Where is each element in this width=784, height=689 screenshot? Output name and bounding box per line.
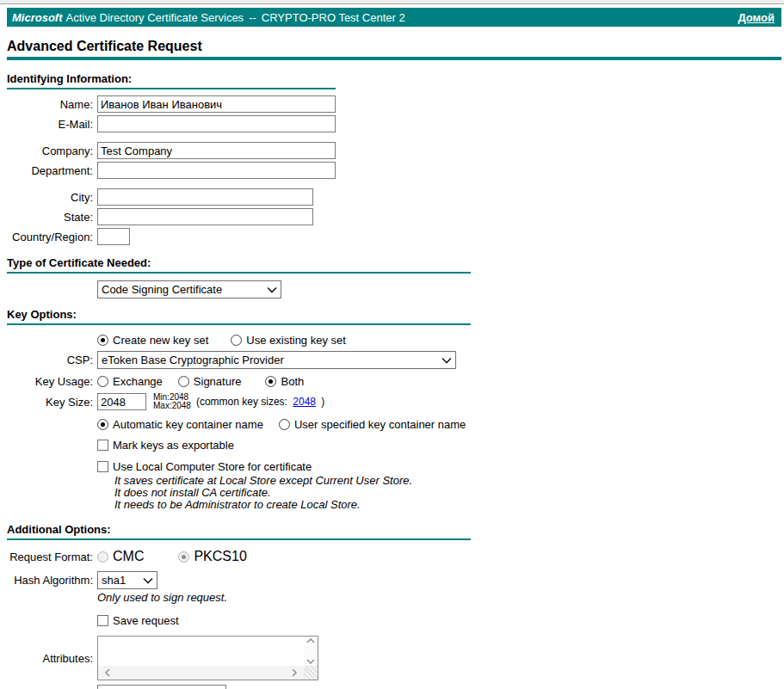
email-input[interactable] xyxy=(97,115,336,132)
mark-exportable-checkbox[interactable] xyxy=(97,440,108,451)
chevron-down-icon xyxy=(267,286,277,293)
local-store-option[interactable]: Use Local Computer Store for certificate xyxy=(97,460,312,473)
mark-exportable-option[interactable]: Mark keys as exportable xyxy=(97,439,234,452)
certificate-type-select[interactable]: Code Signing Certificate xyxy=(97,280,281,298)
cmc-radio-option[interactable]: CMC xyxy=(97,549,144,564)
automatic-container-label: Automatic key container name xyxy=(113,418,263,431)
exchange-radio-option[interactable]: Exchange xyxy=(97,375,163,388)
user-container-label: User specified key container name xyxy=(294,418,466,431)
identifying-heading: Identifying Information: xyxy=(7,72,336,89)
cert-type-heading: Type of Certificate Needed: xyxy=(7,256,471,274)
mark-exportable-label: Mark keys as exportable xyxy=(113,439,234,452)
cmc-radio[interactable] xyxy=(97,551,108,563)
local-store-note-3: It needs to be Administrator to create L… xyxy=(114,499,781,511)
common-key-sizes-prefix: (common key sizes: xyxy=(196,396,287,408)
certificate-type-value: Code Signing Certificate xyxy=(102,283,262,296)
user-container-option[interactable]: User specified key container name xyxy=(279,418,466,431)
banner-separator: -- xyxy=(249,11,256,24)
local-store-notes: It saves certificate at Local Store exce… xyxy=(114,475,781,511)
key-size-row: Key Size: Min:2048 Max:2048 (common key … xyxy=(7,393,781,410)
key-size-label: Key Size: xyxy=(7,396,93,409)
local-store-note-1: It saves certificate at Local Store exce… xyxy=(114,475,781,487)
csp-select[interactable]: eToken Base Cryptographic Provider xyxy=(97,351,456,369)
user-container-radio[interactable] xyxy=(279,419,290,430)
local-store-checkbox[interactable] xyxy=(97,461,108,472)
common-key-sizes-close: ) xyxy=(321,396,324,408)
use-existing-key-set-radio[interactable] xyxy=(231,335,242,346)
home-link[interactable]: Домой xyxy=(738,11,775,24)
attributes-textarea[interactable] xyxy=(97,636,318,680)
company-label: Company: xyxy=(7,145,93,157)
local-store-row: Use Local Computer Store for certificate xyxy=(97,460,781,473)
exchange-radio[interactable] xyxy=(97,376,108,387)
pkcs10-label: PKCS10 xyxy=(194,549,246,564)
create-new-key-set-radio[interactable] xyxy=(97,335,108,346)
country-row: Country/Region: xyxy=(7,228,781,245)
country-label: Country/Region: xyxy=(7,231,93,243)
city-label: City: xyxy=(7,191,93,204)
main-content: Advanced Certificate Request Identifying… xyxy=(0,39,784,689)
banner: Microsoft Active Directory Certificate S… xyxy=(7,8,781,27)
state-label: State: xyxy=(7,211,93,224)
horizontal-scrollbar[interactable] xyxy=(98,666,304,680)
pkcs10-radio[interactable] xyxy=(178,551,189,563)
pkcs10-radio-option[interactable]: PKCS10 xyxy=(178,549,246,564)
create-new-key-set-option[interactable]: Create new key set xyxy=(97,334,208,347)
both-label: Both xyxy=(281,375,304,388)
key-size-max-label: Max:2048 xyxy=(153,402,191,410)
use-existing-key-set-label: Use existing key set xyxy=(246,334,346,347)
attributes-row: Attributes: xyxy=(7,636,781,680)
request-format-label: Request Format: xyxy=(7,551,93,563)
save-request-option[interactable]: Save request xyxy=(97,614,179,627)
signature-radio-option[interactable]: Signature xyxy=(178,375,242,388)
local-store-label: Use Local Computer Store for certificate xyxy=(113,460,312,473)
common-key-sizes-text: (common key sizes: 2048 ) xyxy=(196,396,324,408)
vertical-scrollbar[interactable] xyxy=(304,637,318,666)
department-row: Department: xyxy=(7,162,781,179)
additional-options-heading: Additional Options: xyxy=(7,523,471,540)
exportable-row: Mark keys as exportable xyxy=(97,439,781,452)
name-label: Name: xyxy=(7,98,93,111)
signature-radio[interactable] xyxy=(178,376,189,387)
both-radio-option[interactable]: Both xyxy=(265,375,304,388)
department-input[interactable] xyxy=(97,162,336,179)
common-key-size-link[interactable]: 2048 xyxy=(293,396,316,408)
hash-algorithm-select[interactable]: sha1 xyxy=(97,571,157,589)
company-row: Company: xyxy=(7,142,781,159)
email-label: E-Mail: xyxy=(7,118,93,131)
scrollbar-corner xyxy=(304,666,318,680)
partial-input[interactable] xyxy=(97,685,226,689)
state-input[interactable] xyxy=(97,208,313,225)
save-request-label: Save request xyxy=(113,614,179,627)
automatic-container-radio[interactable] xyxy=(97,419,108,430)
cmc-label: CMC xyxy=(113,549,144,564)
hash-algorithm-row: Hash Algorithm: sha1 xyxy=(7,571,781,589)
both-radio[interactable] xyxy=(265,376,276,387)
save-request-checkbox[interactable] xyxy=(97,615,108,626)
key-size-input[interactable] xyxy=(97,393,146,410)
exchange-label: Exchange xyxy=(113,375,163,388)
chevron-down-icon xyxy=(441,357,452,364)
csp-value: eToken Base Cryptographic Provider xyxy=(102,354,436,366)
scroll-right-icon[interactable] xyxy=(292,668,297,677)
key-usage-label: Key Usage: xyxy=(7,375,93,388)
use-existing-key-set-option[interactable]: Use existing key set xyxy=(231,334,346,347)
name-row: Name: xyxy=(7,95,781,113)
country-input[interactable] xyxy=(97,228,130,245)
scroll-up-icon[interactable] xyxy=(306,638,315,643)
company-input[interactable] xyxy=(97,142,336,159)
hash-algorithm-value: sha1 xyxy=(102,574,138,587)
state-row: State: xyxy=(7,208,781,225)
request-format-row: Request Format: CMC PKCS10 xyxy=(7,549,781,564)
chevron-down-icon xyxy=(143,577,153,584)
key-size-minmax: Min:2048 Max:2048 xyxy=(153,393,191,410)
hash-algorithm-label: Hash Algorithm: xyxy=(7,574,93,587)
city-input[interactable] xyxy=(97,188,313,206)
automatic-container-option[interactable]: Automatic key container name xyxy=(97,418,263,431)
city-row: City: xyxy=(7,188,781,206)
container-name-row: Automatic key container name User specif… xyxy=(97,418,781,431)
scroll-down-icon[interactable] xyxy=(306,659,315,664)
name-input[interactable] xyxy=(97,95,336,113)
scroll-left-icon[interactable] xyxy=(105,668,110,677)
page-title: Advanced Certificate Request xyxy=(7,39,781,54)
